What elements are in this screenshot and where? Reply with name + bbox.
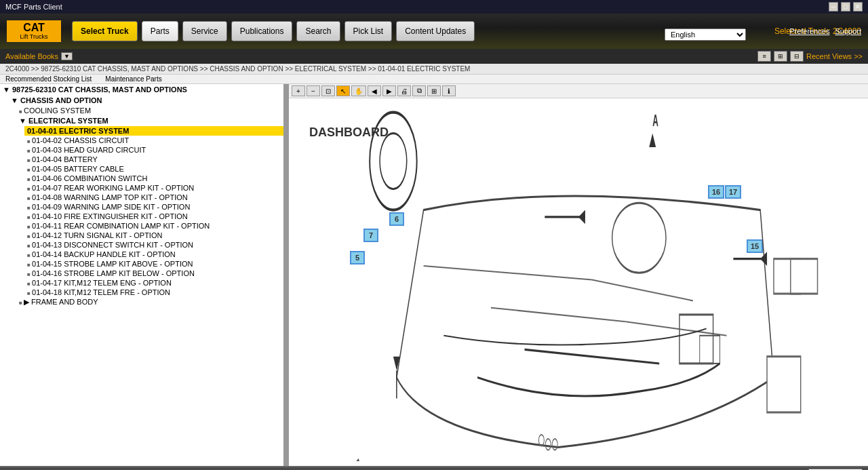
- select-truck-button[interactable]: Select Truck: [72, 21, 138, 41]
- bottom-section: 01-04-01 ELECTRIC SYSTEM 01 - 2C4000 □ ▦…: [0, 466, 868, 470]
- minimize-button[interactable]: ─: [829, 2, 838, 12]
- info-button[interactable]: ℹ: [442, 85, 456, 96]
- bottom-header: 01-04-01 ELECTRIC SYSTEM 01 - 2C4000: [0, 467, 868, 470]
- tree-item-15[interactable]: 01-04-17 KIT,M12 TELEM ENG - OPTION: [24, 278, 283, 288]
- copy-button[interactable]: ⧉: [412, 85, 426, 96]
- svg-point-24: [545, 439, 551, 450]
- prev-button[interactable]: ◀: [368, 85, 381, 96]
- available-books-label: Available Books: [5, 52, 58, 60]
- svg-line-7: [525, 349, 660, 364]
- tree-item-0[interactable]: 01-04-02 CHASSIS CIRCUIT: [24, 136, 283, 145]
- recommended-bar: Recommended Stocking List Maintenance Pa…: [0, 75, 868, 84]
- svg-point-25: [552, 439, 557, 450]
- tree-item-6[interactable]: 01-04-08 WARNING LAMP TOP KIT - OPTION: [24, 193, 283, 202]
- main-layout: ▼ 98725-62310 CAT CHASSIS, MAST AND OPTI…: [0, 84, 868, 466]
- svg-marker-22: [649, 133, 656, 147]
- tree-item-9[interactable]: 01-04-11 REAR COMBINATION LAMP KIT - OPT…: [24, 221, 283, 231]
- fit-button[interactable]: ⊡: [321, 85, 335, 96]
- tree-item-4[interactable]: 01-04-06 COMBINATION SWITCH: [24, 174, 283, 183]
- svg-line-3: [424, 266, 592, 280]
- view-icon-other[interactable]: ⊟: [790, 51, 804, 62]
- tree-item-8[interactable]: 01-04-10 FIRE EXTINGUISHER KIT - OPTION: [24, 212, 283, 221]
- svg-rect-13: [700, 336, 720, 364]
- svg-line-27: [353, 458, 375, 461]
- view-icon-list[interactable]: ≡: [757, 51, 771, 62]
- cat-logo: CAT Lift Trucks: [7, 20, 61, 41]
- app-title: MCF Parts Client: [5, 3, 62, 11]
- window-controls: ─ □ ✕: [829, 2, 863, 12]
- print-button[interactable]: 🖨: [397, 85, 411, 96]
- zoom-out-button[interactable]: −: [307, 85, 320, 96]
- search-button[interactable]: Search: [296, 21, 340, 41]
- available-books-dropdown[interactable]: ▼: [61, 52, 73, 60]
- diagram-panel: + − ⊡ ↖ ✋ ◀ ▶ 🖨 ⧉ ⊞ ℹ 5 6 7 15 16 17 DAS…: [289, 84, 868, 466]
- frame-body-item[interactable]: ▶ FRAME AND BODY: [16, 297, 283, 307]
- pick-list-button[interactable]: Pick List: [344, 21, 393, 41]
- tree-item-10[interactable]: 01-04-12 TURN SIGNAL KIT - OPTION: [24, 231, 283, 240]
- content-updates-button[interactable]: Content Updates: [396, 21, 475, 41]
- tree-item-1[interactable]: 01-04-03 HEAD GUARD CIRCUIT: [24, 145, 283, 155]
- diagram-content: 5 6 7 15 16 17 DASHBOARD: [289, 98, 868, 461]
- select-all-button[interactable]: ⊞: [427, 85, 441, 96]
- language-select[interactable]: English: [665, 28, 746, 41]
- second-bar: Available Books ▼ ≡ ⊞ ⊟ Recent Views >>: [0, 49, 868, 64]
- recent-views-label[interactable]: Recent Views >>: [806, 52, 863, 60]
- tree-group-chassis: ▼ CHASSIS AND OPTION COOLING SYSTEM ▼ EL…: [8, 95, 283, 307]
- tree-item-11[interactable]: 01-04-13 DISCONNECT SWITCH KIT - OPTION: [24, 240, 283, 250]
- cursor-button[interactable]: ↖: [336, 85, 350, 96]
- svg-point-2: [612, 203, 666, 273]
- tree-root: ▼ 98725-62310 CAT CHASSIS, MAST AND OPTI…: [0, 84, 283, 95]
- maintenance-label: Maintenance Parts: [105, 75, 161, 83]
- svg-rect-12: [679, 315, 713, 364]
- active-tree-item[interactable]: 01-04-01 ELECTRIC SYSTEM: [24, 126, 283, 136]
- svg-line-6: [626, 321, 727, 336]
- tree-item-3[interactable]: 01-04-05 BATTERY CABLE: [24, 164, 283, 174]
- chassis-group[interactable]: ▼ CHASSIS AND OPTION: [8, 95, 283, 106]
- tree-item-13[interactable]: 01-04-15 STROBE LAMP KIT ABOVE - OPTION: [24, 259, 283, 269]
- diagram-toolbar: + − ⊡ ↖ ✋ ◀ ▶ 🖨 ⧉ ⊞ ℹ: [289, 84, 868, 98]
- header-actions: Preferences Support: [789, 27, 861, 35]
- svg-rect-16: [767, 357, 801, 412]
- recommended-label: Recommended Stocking List: [5, 75, 92, 83]
- maximize-button[interactable]: □: [841, 2, 850, 12]
- left-panel: ▼ 98725-62310 CAT CHASSIS, MAST AND OPTI…: [0, 84, 285, 466]
- svg-point-0: [370, 113, 417, 210]
- tree-item-16[interactable]: 01-04-18 KIT,M12 TELEM FRE - OPTION: [24, 288, 283, 297]
- svg-line-5: [491, 308, 626, 322]
- close-button[interactable]: ✕: [853, 2, 863, 12]
- electrical-sub: 01-04-01 ELECTRIC SYSTEM 01-04-02 CHASSI…: [24, 126, 283, 297]
- svg-point-1: [380, 133, 407, 189]
- tree-item-12[interactable]: 01-04-14 BACKUP HANDLE KIT - OPTION: [24, 250, 283, 259]
- language-area: English: [665, 28, 746, 41]
- chassis-sub: COOLING SYSTEM ▼ ELECTRICAL SYSTEM 01-04…: [16, 106, 283, 307]
- pan-button[interactable]: ✋: [351, 85, 366, 96]
- tree-item-2[interactable]: 01-04-04 BATTERY: [24, 155, 283, 164]
- electrical-group[interactable]: ▼ ELECTRICAL SYSTEM: [16, 115, 283, 126]
- breadcrumb: 2C4000 >> 98725-62310 CAT CHASSIS, MAST …: [0, 64, 868, 75]
- next-button[interactable]: ▶: [382, 85, 396, 96]
- svg-line-4: [592, 280, 693, 301]
- zoom-in-button[interactable]: +: [292, 85, 305, 96]
- support-link[interactable]: Support: [835, 27, 861, 35]
- title-bar: MCF Parts Client ─ □ ✕: [0, 0, 868, 14]
- parts-button[interactable]: Parts: [142, 21, 178, 41]
- service-button[interactable]: Service: [182, 21, 227, 41]
- tree-item-14[interactable]: 01-04-16 STROBE LAMP KIT BELOW - OPTION: [24, 269, 283, 278]
- tree-item-7[interactable]: 01-04-09 WARNING LAMP SIDE KIT - OPTION: [24, 202, 283, 212]
- diagram-svg: A: [289, 98, 868, 461]
- view-icon-grid[interactable]: ⊞: [774, 51, 787, 62]
- svg-rect-15: [791, 259, 818, 294]
- svg-text:A: A: [652, 111, 658, 130]
- tree-item-5[interactable]: 01-04-07 REAR WORKING LAMP KIT - OPTION: [24, 183, 283, 193]
- cooling-system-item[interactable]: COOLING SYSTEM: [16, 106, 283, 115]
- publications-button[interactable]: Publications: [231, 21, 293, 41]
- svg-point-23: [538, 435, 544, 446]
- preferences-link[interactable]: Preferences: [789, 27, 829, 35]
